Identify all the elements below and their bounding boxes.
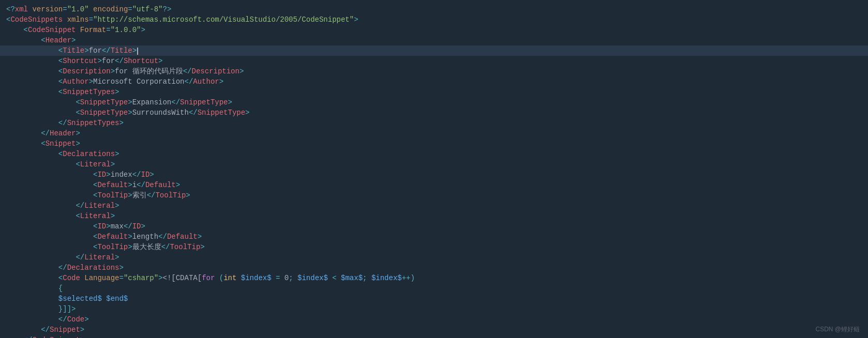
line-29-content: $selected$ $end$ [6, 294, 128, 304]
code-line-12: </SnippetTypes> [0, 118, 868, 128]
code-line-14: <Snippet> [0, 139, 868, 149]
line-12-content: </SnippetTypes> [6, 118, 124, 128]
code-editor: <?xml version="1.0" encoding="utf-8"?> <… [0, 0, 868, 338]
line-31-content: </Code> [6, 314, 89, 325]
line-20-content: </Literal> [6, 201, 119, 211]
code-line-1: <?xml version="1.0" encoding="utf-8"?> [0, 4, 868, 14]
code-line-30: }]]> [0, 304, 868, 314]
line-19-content: <ToolTip>索引</ToolTip> [6, 190, 190, 201]
code-line-4: <Header> [0, 35, 868, 45]
code-line-33: </CodeSnippet> [0, 335, 868, 338]
line-23-content: <Default>length</Default> [6, 232, 202, 242]
line-27-content: <Code Language="csharp"><![CDATA[for (in… [6, 273, 415, 283]
line-9-content: <SnippetTypes> [6, 87, 119, 97]
code-line-24: <ToolTip>最大长度</ToolTip> [0, 242, 868, 252]
code-line-2: <CodeSnippets xmlns="http://schemas.micr… [0, 14, 868, 25]
code-line-10: <SnippetType>Expansion</SnippetType> [0, 97, 868, 107]
code-line-6: <Shortcut>for</Shortcut> [0, 56, 868, 66]
code-line-22: <ID>max</ID> [0, 221, 868, 232]
line-25-content: </Literal> [6, 252, 119, 263]
code-line-3: <CodeSnippet Format="1.0.0"> [0, 25, 868, 35]
code-line-23: <Default>length</Default> [0, 232, 868, 242]
line-22-content: <ID>max</ID> [6, 221, 145, 232]
code-line-19: <ToolTip>索引</ToolTip> [0, 190, 868, 201]
code-line-5: <Title>for</Title> [0, 45, 868, 56]
line-16-content: <Literal> [6, 159, 115, 170]
line-15-content: <Declarations> [6, 149, 119, 159]
code-line-27: <Code Language="csharp"><![CDATA[for (in… [0, 273, 868, 283]
line-24-content: <ToolTip>最大长度</ToolTip> [6, 242, 205, 252]
code-line-11: <SnippetType>SurroundsWith</SnippetType> [0, 107, 868, 118]
line-21-content: <Literal> [6, 211, 115, 221]
code-line-13: </Header> [0, 128, 868, 139]
code-line-17: <ID>index</ID> [0, 170, 868, 180]
code-line-18: <Default>i</Default> [0, 180, 868, 190]
line-2-content: <CodeSnippets xmlns="http://schemas.micr… [6, 14, 358, 25]
code-line-7: <Description>for 循环的代码片段</Description> [0, 66, 868, 76]
code-line-29: $selected$ $end$ [0, 294, 868, 304]
code-line-32: </Snippet> [0, 325, 868, 335]
line-10-content: <SnippetType>Expansion</SnippetType> [6, 97, 232, 107]
line-1-content: <?xml version="1.0" encoding="utf-8"?> [6, 4, 171, 14]
code-line-9: <SnippetTypes> [0, 87, 868, 97]
line-17-content: <ID>index</ID> [6, 170, 154, 180]
line-30-content: }]]> [6, 304, 76, 314]
line-28-content: { [6, 283, 63, 294]
code-line-26: </Declarations> [0, 263, 868, 273]
line-33-content: </CodeSnippet> [6, 335, 84, 338]
watermark-text: CSDN @鲤好鲢 [815, 325, 860, 334]
code-line-28: { [0, 283, 868, 294]
line-3-content: <CodeSnippet Format="1.0.0"> [6, 25, 145, 35]
line-7-content: <Description>for 循环的代码片段</Description> [6, 66, 244, 76]
code-line-16: <Literal> [0, 159, 868, 170]
line-6-content: <Shortcut>for</Shortcut> [6, 56, 163, 66]
code-line-21: <Literal> [0, 211, 868, 221]
code-line-15: <Declarations> [0, 149, 868, 159]
line-8-content: <Author>Microsoft Corporation</Author> [6, 76, 223, 87]
code-line-8: <Author>Microsoft Corporation</Author> [0, 76, 868, 87]
code-line-20: </Literal> [0, 201, 868, 211]
line-26-content: </Declarations> [6, 263, 124, 273]
line-5-content: <Title>for</Title> [6, 45, 138, 56]
code-line-25: </Literal> [0, 252, 868, 263]
line-18-content: <Default>i</Default> [6, 180, 180, 190]
line-11-content: <SnippetType>SurroundsWith</SnippetType> [6, 107, 250, 118]
line-32-content: </Snippet> [6, 325, 84, 335]
code-line-31: </Code> [0, 314, 868, 325]
line-13-content: </Header> [6, 128, 80, 139]
line-14-content: <Snippet> [6, 139, 80, 149]
line-4-content: <Header> [6, 35, 76, 45]
